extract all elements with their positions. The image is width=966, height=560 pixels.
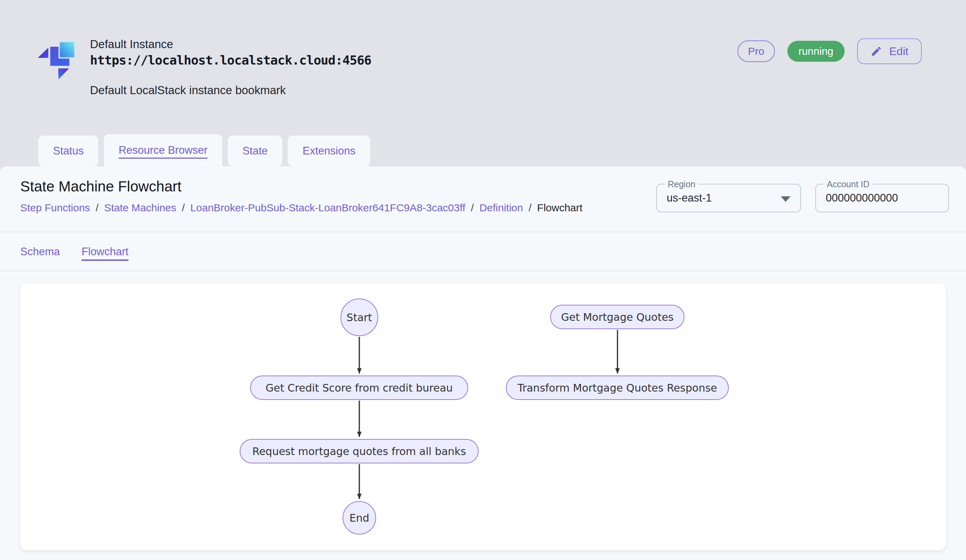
account-id-label: Account ID <box>824 179 872 189</box>
breadcrumb-separator: / <box>95 202 99 214</box>
localstack-app: Default Instance https://localhost.local… <box>0 0 966 560</box>
tab-extensions-label: Extensions <box>302 145 355 157</box>
edit-button[interactable]: Edit <box>857 38 922 64</box>
instance-url: https://localhost.localstack.cloud:4566 <box>90 53 371 67</box>
region-select[interactable]: Region us-east-1 <box>656 184 801 212</box>
status-badge: running <box>787 41 844 62</box>
breadcrumb-step-functions[interactable]: Step Functions <box>20 202 90 214</box>
pro-badge: Pro <box>738 41 775 62</box>
breadcrumb-state-machines[interactable]: State Machines <box>104 202 176 214</box>
flow-node-get-credit-score: Get Credit Score from credit bureau <box>250 375 468 400</box>
chevron-down-icon <box>781 196 790 202</box>
breadcrumb-separator: / <box>471 202 474 214</box>
tab-resource-browser[interactable]: Resource Browser <box>104 134 222 166</box>
tab-extensions[interactable]: Extensions <box>288 136 370 166</box>
panel-header: State Machine Flowchart Step Functions /… <box>0 166 966 232</box>
header-controls: Pro running Edit <box>738 38 922 64</box>
localstack-logo <box>33 35 74 82</box>
tab-status[interactable]: Status <box>38 136 99 166</box>
page-title: State Machine Flowchart <box>20 178 181 195</box>
region-select-label: Region <box>665 179 698 189</box>
pencil-icon <box>871 45 882 57</box>
breadcrumb-separator: / <box>182 202 184 214</box>
instance-description: Default LocalStack instance bookmark <box>90 84 286 97</box>
breadcrumb-flowchart: Flowchart <box>537 202 583 214</box>
tab-status-label: Status <box>53 145 84 157</box>
content-panel: State Machine Flowchart Step Functions /… <box>0 166 966 560</box>
flowchart-edges <box>20 283 946 550</box>
breadcrumb: Step Functions / State Machines / LoanBr… <box>20 202 583 214</box>
instance-name: Default Instance <box>90 38 173 51</box>
breadcrumb-separator: / <box>529 202 531 214</box>
subtab-schema[interactable]: Schema <box>20 246 60 258</box>
subtab-flowchart[interactable]: Flowchart <box>82 246 128 258</box>
account-id-field: Account ID <box>815 184 949 212</box>
flow-node-start: Start <box>340 298 378 336</box>
flowchart-card: Start Get Credit Score from credit burea… <box>20 283 946 550</box>
breadcrumb-definition[interactable]: Definition <box>479 202 523 214</box>
flow-node-get-mortgage-quotes: Get Mortgage Quotes <box>550 305 685 329</box>
breadcrumb-state-machine-id[interactable]: LoanBroker-PubSub-Stack-LoanBroker641FC9… <box>191 202 465 214</box>
edit-button-label: Edit <box>889 45 909 58</box>
tab-state[interactable]: State <box>228 136 282 166</box>
state-machine-flowchart: Start Get Credit Score from credit burea… <box>20 283 946 550</box>
flow-node-transform-response: Transform Mortgage Quotes Response <box>506 375 729 400</box>
flow-node-end: End <box>343 501 376 535</box>
definition-subtabs: Schema Flowchart <box>0 233 966 271</box>
tab-state-label: State <box>243 145 268 157</box>
main-tabs: Status Resource Browser State Extensions <box>38 134 370 166</box>
flow-node-request-mortgage-quotes: Request mortgage quotes from all banks <box>240 439 479 463</box>
tab-resource-browser-label: Resource Browser <box>118 144 207 157</box>
